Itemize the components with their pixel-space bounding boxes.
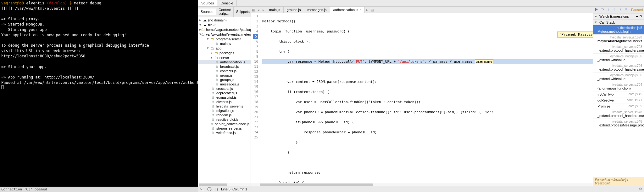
prompt-branch: (develop) — [47, 1, 67, 5]
stack-frame[interactable]: livedata_server.js:548_extend.processMes… — [593, 119, 644, 128]
breakpoint-line-5[interactable]: 5 — [253, 34, 258, 39]
paused-label: Paused — [631, 8, 643, 12]
close-icon[interactable]: × — [359, 8, 361, 12]
editor-tab-messages: messages.js — [304, 7, 330, 13]
file-navigator[interactable]: ▸☁︎(no domain) ▾☁︎file:// ▸🗀home/vagrant… — [198, 17, 251, 183]
tab-snippets[interactable]: Snippets — [234, 9, 253, 15]
editor-scrollbar[interactable] — [251, 183, 593, 186]
step-over-icon[interactable]: ↷ — [600, 7, 605, 12]
editor-tab-authentication: authentication.js× — [330, 7, 365, 13]
devtools-statusbar: >_ { } Line 5, Column 1 ⚙ — [198, 186, 644, 192]
terminal-command: meteor debug — [74, 1, 101, 5]
format-icon[interactable]: ▤ — [370, 8, 375, 12]
editor-tab-main: main.js — [266, 7, 284, 13]
breakpoint-message: Paused on a JavaScript breakpoint. — [593, 177, 644, 186]
svg-point-0 — [208, 187, 211, 191]
terminal-status-bar: Connection 'O3' opened — [0, 187, 198, 192]
stack-frame[interactable]: livedata_server.js:706_extend.protocol_h… — [593, 63, 644, 73]
prev-file-icon[interactable]: ◂ — [256, 8, 261, 12]
terminal-output: vagrant@o3 elventis (develop) $ meteor d… — [0, 0, 198, 187]
tab-sources[interactable]: Sources — [198, 9, 216, 15]
stack-frame[interactable]: dynamics_nodejs.js:56_extend.withValue — [593, 54, 644, 63]
stack-frame[interactable]: livedata_server.js:1698maybeAuditArgumen… — [593, 35, 644, 44]
file-authentication: 🗎authentication.js — [198, 60, 251, 64]
terminal-pane: vagrant@o3 elventis (develop) $ meteor d… — [0, 0, 198, 192]
more-tabs-icon[interactable]: ▸ — [365, 8, 370, 12]
next-file-icon[interactable]: ▸ — [261, 8, 266, 12]
variable-username[interactable]: username — [475, 59, 493, 64]
stack-frame[interactable]: core.js:171doResolve — [593, 97, 644, 103]
stack-frame[interactable]: authentication.js:5Meteor.methods.login — [593, 25, 644, 35]
editor-tab-groups: groups.js — [284, 7, 304, 13]
refresh-watch-icon[interactable]: ↻ — [639, 14, 642, 18]
console-toggle-icon[interactable]: >_ — [200, 187, 204, 191]
pause-button-icon[interactable] — [207, 187, 212, 191]
settings-gear-icon[interactable]: ⚙ — [639, 187, 642, 191]
cursor-position: Line 5, Column 1 — [221, 187, 247, 191]
stack-frame[interactable]: core.js:45tryCallTwo — [593, 91, 644, 97]
svg-rect-1 — [209, 188, 209, 190]
step-out-icon[interactable]: ↑ — [612, 7, 617, 12]
prompt-user: vagrant@o3 — [1, 1, 24, 5]
watch-expressions-header[interactable]: Watch Expressions — [599, 15, 629, 18]
nav-scrollbar[interactable] — [198, 183, 251, 186]
stack-frame[interactable]: dynamics_nodejs.js:56_extend.withValue — [593, 73, 644, 82]
stack-frame[interactable]: livedata_server.js:678_extend.protocol_h… — [593, 109, 644, 119]
stack-frame[interactable]: livedata_server.js:704(anonymous functio… — [593, 82, 644, 91]
pretty-print-icon[interactable]: { } — [215, 187, 218, 191]
stack-frame[interactable]: core.js:65Promise — [593, 103, 644, 109]
devtools-top-tabs: Sources Console — [198, 0, 644, 7]
open-file-icon[interactable]: ▦ — [251, 8, 256, 12]
stack-frame[interactable]: livedata_server.js:708_extend.protocol_h… — [593, 44, 644, 54]
call-stack-header[interactable]: Call Stack — [599, 20, 615, 24]
tab-sources-top[interactable]: Sources — [198, 0, 217, 6]
svg-rect-2 — [210, 188, 210, 190]
call-stack[interactable]: authentication.js:5Meteor.methods.loginl… — [593, 25, 644, 177]
terminal-cursor — [1, 85, 4, 89]
code-editor[interactable]: 1234 5 678910 1112131415 1617181920 2122… — [251, 13, 593, 183]
step-into-icon[interactable]: ↓ — [606, 7, 611, 12]
value-tooltip: "Przemek Maszczynski" — [557, 32, 593, 38]
tab-content-scripts[interactable]: Content scrip… — [216, 7, 234, 17]
devtools-pane: Sources Console Sources Content scrip… S… — [198, 0, 644, 192]
pause-exc-icon[interactable]: ⏸ — [624, 7, 629, 12]
add-watch-icon[interactable]: + — [636, 15, 638, 18]
deactivate-bp-icon[interactable]: ⧸ — [618, 7, 623, 12]
tab-console-top[interactable]: Console — [217, 0, 236, 6]
resume-icon[interactable] — [594, 7, 599, 12]
